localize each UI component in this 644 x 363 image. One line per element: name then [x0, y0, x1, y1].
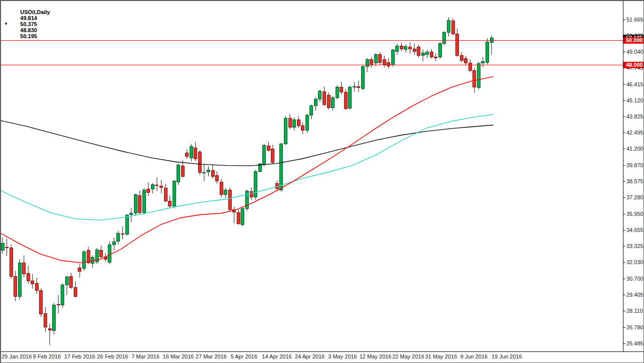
candle-bearish: [186, 153, 189, 156]
candle-bullish: [65, 277, 68, 285]
candle-bearish: [387, 62, 390, 66]
x-axis-label: 9 Jun 2016: [460, 353, 488, 359]
candle-bearish: [417, 47, 420, 56]
x-axis-label: 5 Apr 2016: [231, 353, 257, 359]
candle-bearish: [216, 176, 219, 181]
y-axis-label: 49.040: [626, 49, 643, 55]
candle-bearish: [409, 47, 412, 49]
candle-bearish: [57, 304, 60, 305]
candle-bullish: [190, 147, 193, 158]
candle-bullish: [391, 50, 394, 65]
candle-bullish: [177, 165, 180, 182]
candle-bearish: [344, 92, 347, 108]
candle-bearish: [100, 251, 103, 257]
quote-close: 50.195: [20, 33, 37, 39]
candle-bearish: [147, 189, 150, 192]
x-axis-label: 29 Jan 2016: [2, 353, 32, 359]
candle-bearish: [370, 59, 373, 65]
symbol-period-label: USOil,Daily: [20, 9, 50, 15]
candle-bullish: [173, 181, 176, 206]
chart-title-bar: ▼ USOil,Daily 49.814 50.375 48.830 50.19…: [4, 3, 52, 45]
candle-bearish: [468, 63, 471, 71]
candle-bearish: [430, 52, 433, 57]
candle-bullish: [443, 32, 446, 43]
y-axis-label: 37.280: [626, 194, 643, 200]
y-axis-label: 34.655: [626, 227, 643, 233]
candle-bearish: [434, 57, 437, 58]
y-axis-label: 25.485: [626, 340, 643, 346]
x-axis-label: 12 May 2016: [360, 353, 392, 359]
candle-bearish: [456, 34, 459, 56]
candle-bearish: [194, 148, 197, 159]
candle-bullish: [284, 118, 287, 144]
candle-bearish: [6, 248, 9, 248]
y-axis-label: 30.700: [626, 276, 643, 282]
candle-bearish: [31, 281, 34, 284]
price-tag-48.000-label: 48.000: [626, 62, 643, 68]
dropdown-icon[interactable]: ▼: [4, 22, 8, 26]
candle-bullish: [112, 242, 115, 245]
candle-bearish: [155, 185, 158, 185]
x-axis-label: 7 Mar 2016: [131, 353, 159, 359]
candle-bullish: [477, 63, 480, 88]
candle-bearish: [451, 21, 454, 34]
candle-bullish: [117, 233, 120, 241]
candle-bearish: [70, 277, 73, 288]
candle-bearish: [413, 49, 416, 51]
quote-low: 48.830: [20, 27, 37, 33]
x-axis-label: 19 Jun 2016: [492, 353, 522, 359]
y-axis-label: 41.200: [626, 146, 643, 152]
candle-bearish: [228, 190, 231, 209]
candle-bearish: [464, 59, 467, 63]
candle-bearish: [78, 268, 81, 271]
y-axis-label: 43.825: [626, 113, 643, 119]
y-axis-label: 32.030: [626, 259, 643, 265]
candle-bearish: [27, 273, 30, 281]
y-axis-label: 39.870: [626, 162, 643, 168]
x-axis-label: 24 Apr 2016: [295, 353, 325, 359]
candle-bearish: [159, 186, 163, 187]
candle-bearish: [323, 91, 326, 104]
candle-bullish: [83, 252, 86, 268]
candle-bullish: [361, 67, 364, 88]
candle-bullish: [53, 305, 56, 331]
price-tag-50.000-label: 50.000: [626, 37, 643, 43]
candle-bearish: [10, 248, 13, 277]
x-axis-label: 26 Feb 2016: [97, 353, 128, 359]
candle-bullish: [130, 213, 133, 214]
candle-bearish: [164, 188, 167, 201]
x-axis-label: 8 Feb 2016: [33, 353, 61, 359]
y-axis-label: 29.405: [626, 292, 643, 298]
y-axis-label: 28.110: [626, 308, 643, 314]
price-chart-canvas[interactable]: 51.66550.33549.04047.74546.41545.12043.8…: [1, 1, 644, 363]
candle-bullish: [61, 285, 64, 305]
candle-bullish: [332, 98, 335, 108]
candle-bearish: [44, 314, 47, 327]
y-axis-label: 46.415: [626, 81, 643, 87]
candle-bullish: [426, 52, 429, 54]
candle-bearish: [48, 328, 51, 330]
candle-bullish: [142, 190, 145, 213]
candle-bullish: [438, 43, 441, 57]
candle-bearish: [211, 171, 214, 176]
candle-bearish: [383, 59, 386, 64]
candle-bearish: [327, 95, 330, 108]
candle-bullish: [349, 87, 352, 108]
candle-bullish: [108, 245, 111, 262]
candle-bullish: [336, 87, 339, 98]
candle-bearish: [271, 149, 274, 163]
candle-bullish: [421, 53, 424, 56]
candle-bullish: [314, 99, 317, 106]
candle-bearish: [267, 146, 270, 151]
candle-bullish: [1, 243, 4, 251]
candle-bullish: [447, 21, 450, 32]
candle-bullish: [396, 46, 399, 51]
chart-window: 51.66550.33549.04047.74546.41545.12043.8…: [0, 0, 644, 363]
y-axis-label: 26.780: [626, 324, 643, 330]
candle-bullish: [280, 144, 283, 190]
candle-bullish: [207, 170, 210, 172]
candle-bullish: [366, 60, 369, 67]
candle-bearish: [121, 234, 124, 234]
candle-bullish: [305, 115, 308, 131]
x-axis-label: 16 Mar 2016: [163, 353, 194, 359]
